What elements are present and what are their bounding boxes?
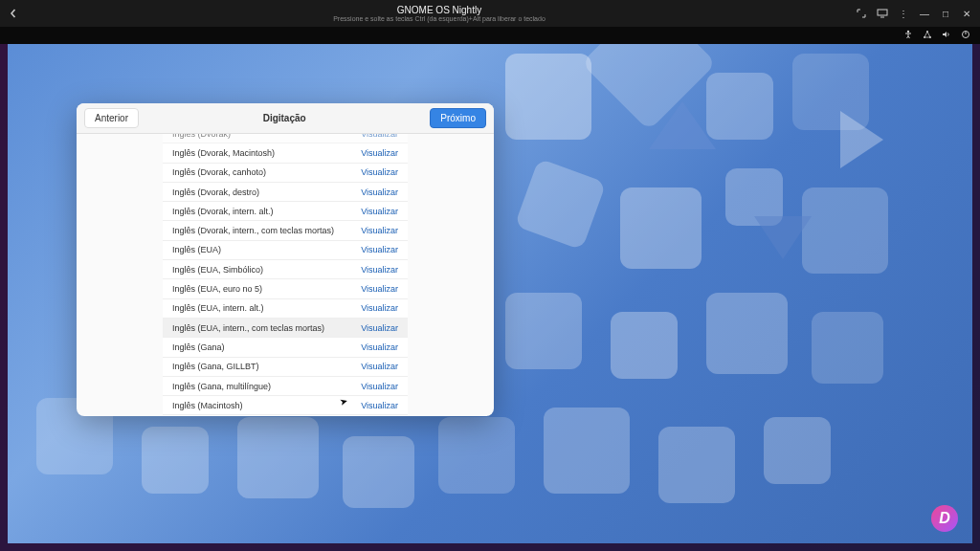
desktop: Anterior Digitação Próximo Inglês (Dvora… (8, 44, 972, 543)
layout-name: Inglês (Macintosh) (172, 401, 243, 410)
layout-name: Inglês (EUA, Simbólico) (172, 265, 263, 275)
window-title: GNOME OS Nightly (27, 5, 852, 15)
fullscreen-icon[interactable] (852, 4, 871, 23)
svg-point-1 (907, 31, 909, 33)
keyboard-layout-row[interactable]: Inglês (Mali, EUA, Macintosh)Visualizar (163, 415, 408, 416)
vm-titlebar: GNOME OS Nightly Pressione e solte as te… (0, 0, 980, 27)
layout-name: Inglês (Gana, GILLBT) (172, 362, 259, 371)
preview-link[interactable]: Visualizar (361, 148, 398, 158)
preview-link[interactable]: Visualizar (361, 284, 398, 294)
keyboard-layout-row[interactable]: Inglês (Dvorak)Visualizar (163, 134, 408, 143)
minimize-icon[interactable]: — (915, 4, 934, 23)
preview-link[interactable]: Visualizar (361, 303, 398, 313)
preview-link[interactable]: Visualizar (361, 401, 398, 410)
layout-name: Inglês (EUA) (172, 245, 221, 254)
menu-icon[interactable]: ⋮ (894, 4, 913, 23)
network-icon[interactable] (923, 30, 932, 41)
preview-link[interactable]: Visualizar (361, 134, 398, 139)
watermark-logo: D (931, 505, 958, 532)
close-icon[interactable]: ✕ (957, 4, 976, 23)
keyboard-layout-row[interactable]: Inglês (Dvorak, intern. alt.)Visualizar (163, 202, 408, 221)
keyboard-layout-row[interactable]: Inglês (Gana)Visualizar (163, 338, 408, 357)
layout-name: Inglês (Dvorak, Macintosh) (172, 148, 275, 158)
preview-link[interactable]: Visualizar (361, 323, 398, 333)
layout-name: Inglês (Gana) (172, 342, 225, 352)
layout-name: Inglês (Dvorak, canhoto) (172, 167, 266, 177)
previous-button[interactable]: Anterior (84, 108, 139, 128)
keyboard-layout-row[interactable]: Inglês (EUA, Simbólico)Visualizar (163, 260, 408, 279)
keyboard-layout-row[interactable]: Inglês (EUA)Visualizar (163, 241, 408, 260)
layout-name: Inglês (Gana, multilíngue) (172, 382, 271, 391)
maximize-icon[interactable]: □ (936, 4, 955, 23)
keyboard-layout-row[interactable]: Inglês (EUA, intern., com teclas mortas)… (163, 319, 408, 338)
preview-link[interactable]: Visualizar (361, 342, 398, 352)
keyboard-layout-row[interactable]: Inglês (Dvorak, intern., com teclas mort… (163, 221, 408, 240)
keyboard-layout-row[interactable]: Inglês (EUA, intern. alt.)Visualizar (163, 299, 408, 319)
layout-name: Inglês (Dvorak, intern., com teclas mort… (172, 226, 334, 235)
layout-name: Inglês (Dvorak) (172, 134, 231, 139)
preview-link[interactable]: Visualizar (361, 265, 398, 275)
preview-link[interactable]: Visualizar (361, 226, 398, 235)
dialog-title: Digitação (263, 113, 306, 123)
volume-icon[interactable] (942, 30, 951, 41)
window-subtitle: Pressione e solte as teclas Ctrl (da esq… (27, 15, 852, 22)
keyboard-layout-list[interactable]: Inglês (Dvorak)VisualizarInglês (Dvorak,… (77, 134, 494, 416)
preview-link[interactable]: Visualizar (361, 167, 398, 177)
back-button[interactable] (0, 0, 27, 27)
keyboard-layout-row[interactable]: Inglês (Macintosh)Visualizar (163, 396, 408, 415)
preview-link[interactable]: Visualizar (361, 362, 398, 371)
keyboard-layout-row[interactable]: Inglês (Dvorak, destro)Visualizar (163, 183, 408, 202)
keyboard-layout-row[interactable]: Inglês (Dvorak, Macintosh)Visualizar (163, 143, 408, 163)
keyboard-layout-row[interactable]: Inglês (Gana, multilíngue)Visualizar (163, 377, 408, 396)
preview-link[interactable]: Visualizar (361, 207, 398, 216)
typing-dialog: Anterior Digitação Próximo Inglês (Dvora… (77, 103, 494, 416)
layout-name: Inglês (EUA, euro no 5) (172, 284, 262, 294)
preview-link[interactable]: Visualizar (361, 187, 398, 197)
preview-link[interactable]: Visualizar (361, 382, 398, 391)
accessibility-icon[interactable] (903, 30, 913, 41)
keyboard-layout-row[interactable]: Inglês (EUA, euro no 5)Visualizar (163, 279, 408, 298)
next-button[interactable]: Próximo (430, 108, 486, 128)
layout-name: Inglês (Dvorak, intern. alt.) (172, 207, 274, 216)
dialog-header: Anterior Digitação Próximo (77, 103, 494, 134)
keyboard-layout-row[interactable]: Inglês (Dvorak, canhoto)Visualizar (163, 164, 408, 183)
layout-name: Inglês (Dvorak, destro) (172, 187, 259, 197)
preview-link[interactable]: Visualizar (361, 245, 398, 254)
layout-name: Inglês (EUA, intern. alt.) (172, 303, 264, 313)
svg-rect-0 (878, 10, 887, 15)
power-icon[interactable] (961, 30, 970, 41)
titlebar-center: GNOME OS Nightly Pressione e solte as te… (27, 5, 852, 22)
titlebar-controls: ⋮ — □ ✕ (852, 4, 980, 23)
display-icon[interactable] (873, 4, 892, 23)
layout-name: Inglês (EUA, intern., com teclas mortas) (172, 323, 324, 333)
keyboard-layout-row[interactable]: Inglês (Gana, GILLBT)Visualizar (163, 358, 408, 377)
gnome-topbar (0, 27, 980, 44)
